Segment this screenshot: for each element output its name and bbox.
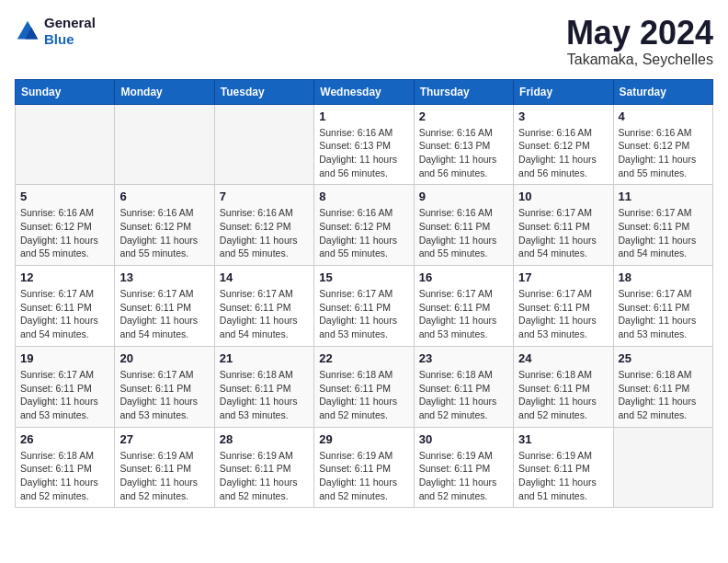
- day-info: Sunrise: 6:18 AM Sunset: 6:11 PM Dayligh…: [619, 368, 708, 422]
- day-info: Sunrise: 6:16 AM Sunset: 6:12 PM Dayligh…: [319, 206, 408, 260]
- calendar-cell: [214, 104, 313, 185]
- calendar-cell: 19Sunrise: 6:17 AM Sunset: 6:11 PM Dayli…: [16, 346, 115, 427]
- day-info: Sunrise: 6:17 AM Sunset: 6:11 PM Dayligh…: [119, 287, 209, 341]
- day-info: Sunrise: 6:19 AM Sunset: 6:11 PM Dayligh…: [319, 449, 408, 503]
- calendar-week-5: 26Sunrise: 6:18 AM Sunset: 6:11 PM Dayli…: [16, 427, 713, 508]
- day-number: 14: [220, 270, 309, 284]
- day-number: 23: [419, 351, 508, 365]
- day-info: Sunrise: 6:17 AM Sunset: 6:11 PM Dayligh…: [220, 287, 309, 341]
- calendar-cell: 9Sunrise: 6:16 AM Sunset: 6:11 PM Daylig…: [414, 185, 513, 266]
- calendar-cell: 12Sunrise: 6:17 AM Sunset: 6:11 PM Dayli…: [16, 266, 115, 347]
- day-number: 21: [220, 351, 309, 365]
- day-number: 11: [619, 190, 708, 203]
- calendar-cell: 18Sunrise: 6:17 AM Sunset: 6:11 PM Dayli…: [613, 266, 712, 347]
- day-number: 8: [319, 190, 408, 203]
- day-info: Sunrise: 6:16 AM Sunset: 6:13 PM Dayligh…: [419, 126, 508, 180]
- day-number: 13: [119, 270, 209, 284]
- logo-general: General: [44, 15, 96, 31]
- day-info: Sunrise: 6:16 AM Sunset: 6:13 PM Dayligh…: [319, 126, 408, 180]
- logo-text: General Blue: [44, 15, 96, 48]
- calendar-cell: 16Sunrise: 6:17 AM Sunset: 6:11 PM Dayli…: [414, 266, 513, 347]
- calendar-cell: 31Sunrise: 6:19 AM Sunset: 6:11 PM Dayli…: [514, 427, 613, 508]
- calendar-cell: 6Sunrise: 6:16 AM Sunset: 6:12 PM Daylig…: [115, 185, 214, 266]
- weekday-monday: Monday: [115, 79, 214, 104]
- calendar-cell: 7Sunrise: 6:16 AM Sunset: 6:12 PM Daylig…: [214, 185, 313, 266]
- calendar-cell: 17Sunrise: 6:17 AM Sunset: 6:11 PM Dayli…: [514, 266, 613, 347]
- day-info: Sunrise: 6:19 AM Sunset: 6:11 PM Dayligh…: [220, 449, 309, 503]
- day-info: Sunrise: 6:17 AM Sunset: 6:11 PM Dayligh…: [619, 206, 708, 260]
- calendar-table: SundayMondayTuesdayWednesdayThursdayFrid…: [15, 79, 713, 509]
- calendar-cell: 11Sunrise: 6:17 AM Sunset: 6:11 PM Dayli…: [613, 185, 712, 266]
- weekday-sunday: Sunday: [16, 79, 115, 104]
- logo: General Blue: [15, 15, 96, 48]
- day-number: 10: [518, 190, 608, 203]
- title-area: May 2024 Takamaka, Seychelles: [566, 15, 713, 68]
- day-number: 19: [20, 351, 109, 365]
- day-number: 9: [419, 190, 508, 203]
- calendar-cell: 8Sunrise: 6:16 AM Sunset: 6:12 PM Daylig…: [314, 185, 414, 266]
- day-number: 18: [619, 270, 708, 284]
- calendar-cell: 28Sunrise: 6:19 AM Sunset: 6:11 PM Dayli…: [214, 427, 313, 508]
- calendar-week-2: 5Sunrise: 6:16 AM Sunset: 6:12 PM Daylig…: [16, 185, 713, 266]
- calendar-cell: 21Sunrise: 6:18 AM Sunset: 6:11 PM Dayli…: [214, 346, 313, 427]
- day-number: 24: [518, 351, 608, 365]
- day-info: Sunrise: 6:17 AM Sunset: 6:11 PM Dayligh…: [518, 206, 608, 260]
- day-number: 4: [619, 109, 708, 123]
- weekday-thursday: Thursday: [414, 79, 513, 104]
- location-subtitle: Takamaka, Seychelles: [566, 52, 713, 68]
- day-info: Sunrise: 6:18 AM Sunset: 6:11 PM Dayligh…: [220, 368, 309, 422]
- day-number: 16: [419, 270, 508, 284]
- calendar-week-1: 1Sunrise: 6:16 AM Sunset: 6:13 PM Daylig…: [16, 104, 713, 185]
- day-number: 1: [319, 109, 408, 123]
- calendar-cell: [16, 104, 115, 185]
- calendar-cell: 1Sunrise: 6:16 AM Sunset: 6:13 PM Daylig…: [314, 104, 414, 185]
- calendar-body: 1Sunrise: 6:16 AM Sunset: 6:13 PM Daylig…: [16, 104, 713, 508]
- calendar-cell: 14Sunrise: 6:17 AM Sunset: 6:11 PM Dayli…: [214, 266, 313, 347]
- calendar-header: SundayMondayTuesdayWednesdayThursdayFrid…: [16, 79, 713, 104]
- calendar-cell: 29Sunrise: 6:19 AM Sunset: 6:11 PM Dayli…: [314, 427, 414, 508]
- day-number: 12: [20, 270, 109, 284]
- calendar-cell: 24Sunrise: 6:18 AM Sunset: 6:11 PM Dayli…: [514, 346, 613, 427]
- weekday-saturday: Saturday: [613, 79, 712, 104]
- weekday-tuesday: Tuesday: [214, 79, 313, 104]
- day-number: 5: [20, 190, 109, 203]
- day-number: 20: [119, 351, 209, 365]
- logo-blue: Blue: [44, 31, 96, 48]
- day-number: 2: [419, 109, 508, 123]
- day-info: Sunrise: 6:19 AM Sunset: 6:11 PM Dayligh…: [419, 449, 508, 503]
- calendar-cell: 3Sunrise: 6:16 AM Sunset: 6:12 PM Daylig…: [514, 104, 613, 185]
- day-info: Sunrise: 6:17 AM Sunset: 6:11 PM Dayligh…: [20, 368, 109, 422]
- day-number: 15: [319, 270, 408, 284]
- calendar-cell: [115, 104, 214, 185]
- day-number: 25: [619, 351, 708, 365]
- day-info: Sunrise: 6:16 AM Sunset: 6:12 PM Dayligh…: [619, 126, 708, 180]
- day-number: 31: [518, 432, 608, 446]
- weekday-header-row: SundayMondayTuesdayWednesdayThursdayFrid…: [16, 79, 713, 104]
- calendar-cell: 22Sunrise: 6:18 AM Sunset: 6:11 PM Dayli…: [314, 346, 414, 427]
- day-info: Sunrise: 6:17 AM Sunset: 6:11 PM Dayligh…: [319, 287, 408, 341]
- day-number: 17: [518, 270, 608, 284]
- calendar-cell: 26Sunrise: 6:18 AM Sunset: 6:11 PM Dayli…: [16, 427, 115, 508]
- calendar-cell: 13Sunrise: 6:17 AM Sunset: 6:11 PM Dayli…: [115, 266, 214, 347]
- day-info: Sunrise: 6:16 AM Sunset: 6:12 PM Dayligh…: [20, 206, 109, 260]
- calendar-cell: [613, 427, 712, 508]
- day-number: 26: [20, 432, 109, 446]
- day-number: 30: [419, 432, 508, 446]
- day-info: Sunrise: 6:18 AM Sunset: 6:11 PM Dayligh…: [419, 368, 508, 422]
- calendar-week-3: 12Sunrise: 6:17 AM Sunset: 6:11 PM Dayli…: [16, 266, 713, 347]
- calendar-cell: 4Sunrise: 6:16 AM Sunset: 6:12 PM Daylig…: [613, 104, 712, 185]
- logo-icon: [15, 18, 40, 44]
- calendar-cell: 2Sunrise: 6:16 AM Sunset: 6:13 PM Daylig…: [414, 104, 513, 185]
- day-info: Sunrise: 6:16 AM Sunset: 6:12 PM Dayligh…: [119, 206, 209, 260]
- day-info: Sunrise: 6:18 AM Sunset: 6:11 PM Dayligh…: [20, 449, 109, 503]
- calendar-cell: 25Sunrise: 6:18 AM Sunset: 6:11 PM Dayli…: [613, 346, 712, 427]
- day-info: Sunrise: 6:17 AM Sunset: 6:11 PM Dayligh…: [419, 287, 508, 341]
- day-number: 22: [319, 351, 408, 365]
- day-info: Sunrise: 6:17 AM Sunset: 6:11 PM Dayligh…: [619, 287, 708, 341]
- day-info: Sunrise: 6:16 AM Sunset: 6:12 PM Dayligh…: [518, 126, 608, 180]
- calendar-cell: 23Sunrise: 6:18 AM Sunset: 6:11 PM Dayli…: [414, 346, 513, 427]
- day-info: Sunrise: 6:16 AM Sunset: 6:12 PM Dayligh…: [220, 206, 309, 260]
- day-info: Sunrise: 6:19 AM Sunset: 6:11 PM Dayligh…: [119, 449, 209, 503]
- page-header: General Blue May 2024 Takamaka, Seychell…: [15, 15, 713, 68]
- weekday-friday: Friday: [514, 79, 613, 104]
